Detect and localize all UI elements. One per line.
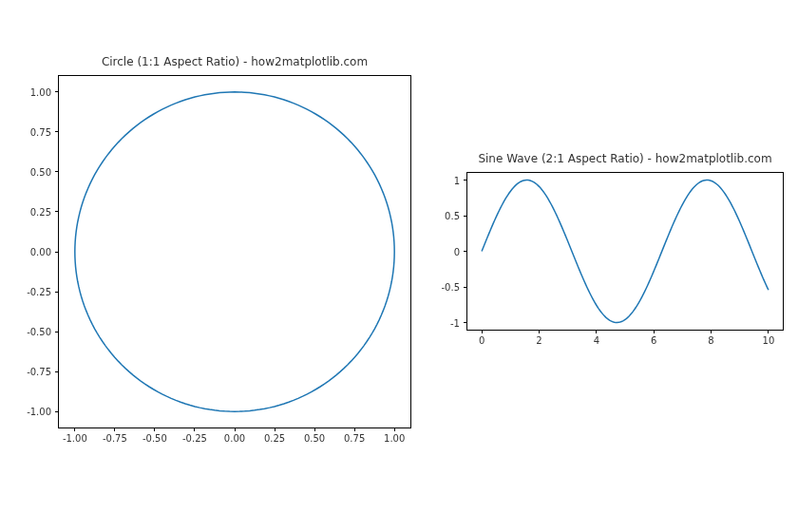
tickmark-y [55, 131, 59, 132]
tickmark-y [55, 211, 59, 212]
tick-label-x: 4 [594, 335, 599, 346]
tick-label-x: 0 [479, 335, 484, 346]
figure: Circle (1:1 Aspect Ratio) - how2matplotl… [0, 0, 798, 532]
tick-label-y: 0.25 [30, 206, 51, 217]
tickmark-y [464, 287, 467, 288]
tick-label-y: 0.75 [30, 126, 51, 137]
tick-label-y: -1 [450, 317, 460, 328]
chart-title-sine: Sine Wave (2:1 Aspect Ratio) - how2matpl… [467, 152, 783, 165]
tickmark-y [55, 292, 59, 293]
tickmark-y [55, 252, 59, 253]
tick-label-y: 0.5 [445, 211, 460, 221]
tickmark-y [464, 216, 467, 217]
tick-label-x: 0.75 [344, 433, 365, 444]
tickmark-y [464, 322, 467, 323]
tickmark-x [154, 428, 155, 431]
tick-label-x: 0.25 [264, 433, 285, 444]
tick-label-x: -0.75 [103, 433, 127, 444]
tickmark-x [235, 428, 236, 431]
tickmark-x [74, 428, 75, 431]
tick-label-y: -0.5 [441, 282, 460, 293]
tickmark-x [539, 330, 540, 333]
tick-label-x: -0.50 [142, 433, 167, 444]
tick-label-y: 0.00 [30, 247, 51, 257]
chart-title-circle: Circle (1:1 Aspect Ratio) - how2matplotl… [59, 55, 410, 68]
tick-label-x: 10 [763, 335, 775, 346]
tick-label-y: 0 [454, 246, 460, 256]
axes-sine: Sine Wave (2:1 Aspect Ratio) - how2matpl… [466, 172, 784, 331]
tickmark-x [314, 428, 315, 431]
axes-circle: Circle (1:1 Aspect Ratio) - how2matplotl… [58, 75, 411, 428]
tick-label-x: 1.00 [384, 433, 405, 444]
tickmark-x [114, 428, 115, 431]
tickmark-y [55, 411, 59, 412]
tick-label-x: 0.50 [304, 433, 325, 444]
tickmark-y [55, 371, 59, 372]
tick-label-x: 6 [651, 335, 656, 346]
plot-area-sine [467, 173, 783, 330]
tickmark-y [464, 251, 467, 252]
tickmark-x [482, 330, 483, 333]
tick-label-y: -1.00 [27, 407, 51, 417]
tick-label-x: -0.25 [182, 433, 207, 444]
tickmark-x [596, 330, 597, 333]
tick-label-y: 1 [454, 175, 460, 185]
tick-label-x: 8 [708, 335, 713, 346]
plot-area-circle [59, 76, 410, 428]
tick-label-x: -1.00 [63, 433, 87, 444]
tickmark-x [275, 428, 276, 431]
tickmark-x [654, 330, 655, 333]
tick-label-y: -0.50 [27, 327, 51, 337]
tickmark-y [464, 180, 467, 180]
tick-label-y: 1.00 [30, 86, 51, 97]
tickmark-x [394, 428, 395, 431]
tick-label-y: -0.75 [27, 367, 51, 377]
series-line [75, 92, 394, 411]
tickmark-x [194, 428, 195, 431]
tick-label-x: 2 [536, 335, 542, 346]
tickmark-y [55, 332, 59, 332]
tickmark-x [354, 428, 355, 431]
tick-label-y: -0.25 [27, 287, 51, 297]
tick-label-x: 0.00 [224, 433, 245, 444]
tickmark-x [711, 330, 712, 333]
series-line [482, 180, 769, 323]
tickmark-y [55, 171, 59, 172]
tick-label-y: 0.50 [30, 166, 51, 177]
tickmark-y [55, 91, 59, 92]
tickmark-x [768, 330, 769, 333]
